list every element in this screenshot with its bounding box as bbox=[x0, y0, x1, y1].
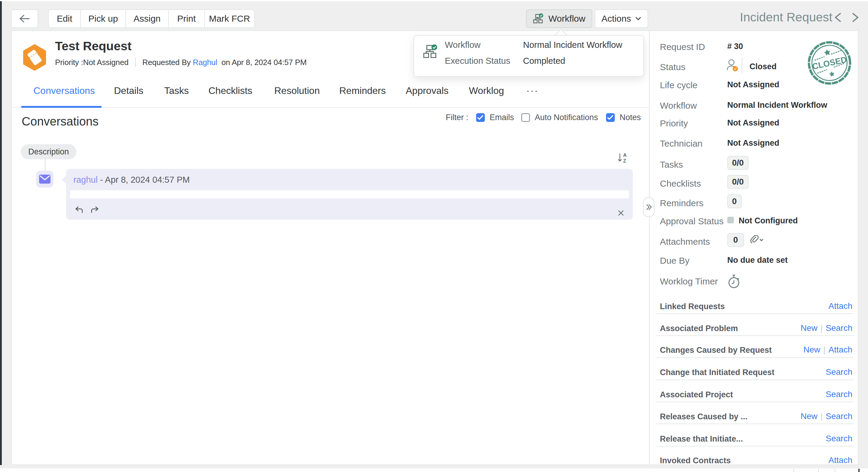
svg-text:CLOSED: CLOSED bbox=[811, 55, 848, 71]
svg-text:Z: Z bbox=[623, 158, 626, 163]
svg-text:A: A bbox=[623, 153, 627, 158]
